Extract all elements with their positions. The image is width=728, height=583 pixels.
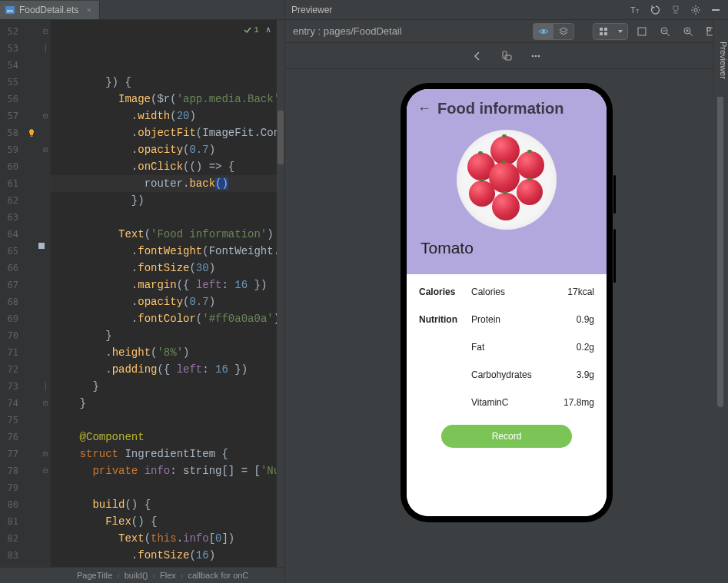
- phone-button: [613, 229, 616, 283]
- refresh-icon[interactable]: [650, 4, 662, 16]
- previewer-title: Previewer: [291, 5, 332, 15]
- record-button[interactable]: Record: [441, 425, 572, 448]
- more-icon[interactable]: [527, 47, 545, 65]
- close-tab-icon[interactable]: ×: [86, 5, 91, 15]
- rotate-icon[interactable]: [497, 47, 516, 65]
- icon-gutter: [23, 20, 40, 567]
- svg-line-17: [690, 33, 693, 36]
- code-content[interactable]: 1 ∧ ∨ }) { Image($r('app.media.Back')) .…: [51, 20, 284, 567]
- nutrition-row: VitaminC17.8mg: [419, 397, 594, 408]
- layers-icon[interactable]: [553, 24, 573, 39]
- svg-rect-6: [712, 9, 720, 11]
- eye-icon[interactable]: [534, 24, 553, 39]
- preview-nav-controls: [285, 43, 728, 69]
- scrollbar-thumb[interactable]: [278, 111, 284, 164]
- nutrient-value: 3.9g: [577, 369, 594, 380]
- nutrient-value: 0.9g: [577, 314, 594, 325]
- phone-frame: ← Food information: [401, 83, 613, 522]
- grid-icon[interactable]: [593, 24, 613, 39]
- phone-button: [613, 175, 616, 214]
- zoom-out-icon[interactable]: [656, 22, 674, 41]
- page-title: Food information: [437, 100, 563, 118]
- nutrient-value: 17kcal: [567, 287, 594, 297]
- svg-point-26: [538, 55, 540, 57]
- nutrition-row: Fat0.2g: [419, 342, 594, 353]
- nutrition-row: Carbohydrates3.9g: [419, 369, 594, 380]
- breadcrumb-item[interactable]: build(): [125, 571, 148, 580]
- previewer-subbar: entry : pages/FoodDetail: [285, 20, 728, 43]
- minimize-icon[interactable]: [710, 4, 722, 16]
- breadcrumb-bar: PageTitle› build()› Flex› callback for o…: [0, 567, 284, 583]
- previewer-toolbar: Previewer TT: [285, 0, 728, 20]
- nutrient-value: 0.2g: [577, 342, 594, 353]
- expand-icon[interactable]: [633, 22, 651, 41]
- back-nav-icon[interactable]: [468, 47, 487, 65]
- svg-rect-2: [31, 136, 33, 137]
- svg-text:T: T: [636, 8, 640, 14]
- zoom-in-icon[interactable]: [679, 22, 697, 41]
- section-label: Nutrition: [419, 314, 471, 325]
- svg-rect-10: [600, 32, 603, 35]
- code-editor-panel: ets FoodDetail.ets × 5253545556575859606…: [0, 0, 284, 583]
- svg-point-5: [694, 8, 697, 12]
- svg-text:T: T: [630, 5, 636, 15]
- entry-path: entry : pages/FoodDetail: [293, 25, 402, 37]
- app-header: ← Food information: [407, 89, 607, 274]
- svg-line-14: [667, 33, 670, 36]
- previewer-panel: Previewer TT entry : pages/FoodDetail: [284, 0, 728, 583]
- line-number-gutter: 5253545556575859606162636465666768697071…: [0, 20, 23, 567]
- nutrient-name: Protein: [471, 314, 500, 325]
- nutrient-name: Carbohydrates: [471, 369, 532, 380]
- file-tab-label: FoodDetail.ets: [19, 5, 78, 15]
- plate-image: [457, 130, 557, 230]
- preview-scrollbar-thumb[interactable]: [717, 69, 723, 407]
- breadcrumb-item[interactable]: PageTitle: [77, 571, 112, 580]
- gear-icon[interactable]: [690, 4, 702, 16]
- code-editor[interactable]: 5253545556575859606162636465666768697071…: [0, 20, 284, 567]
- fold-gutter: ⊟│⊟⊟│⊟⊟⊟│: [40, 20, 51, 567]
- phone-screen: ← Food information: [407, 89, 607, 516]
- svg-rect-8: [600, 28, 603, 31]
- preview-scrollbar[interactable]: [717, 69, 723, 583]
- food-name: Tomato: [417, 236, 596, 265]
- breadcrumb-item[interactable]: callback for onC: [188, 571, 248, 580]
- calories-row: Calories Calories 17kcal: [419, 287, 594, 297]
- trophy-icon[interactable]: [670, 4, 682, 16]
- svg-rect-12: [638, 28, 646, 35]
- preview-canvas: ← Food information: [285, 69, 728, 583]
- ets-file-icon: ets: [5, 5, 15, 15]
- dropdown-icon[interactable]: [613, 24, 627, 39]
- back-arrow-icon[interactable]: ←: [417, 101, 431, 117]
- svg-rect-23: [505, 55, 511, 60]
- breadcrumb-item[interactable]: Flex: [160, 571, 176, 580]
- nutrient-value: 17.8mg: [563, 397, 594, 408]
- svg-point-25: [535, 55, 537, 57]
- font-size-icon[interactable]: TT: [630, 4, 642, 16]
- svg-rect-21: [707, 28, 710, 31]
- breakpoint-marker[interactable]: [38, 243, 45, 249]
- svg-rect-9: [604, 28, 607, 31]
- nutrient-name: VitaminC: [471, 397, 508, 408]
- svg-text:ets: ets: [7, 8, 13, 13]
- nutrition-row: NutritionProtein0.9g: [419, 314, 594, 325]
- svg-point-24: [532, 55, 534, 57]
- vcs-indicator[interactable]: 1 ∧ ∨: [244, 20, 281, 38]
- nutrient-name: Calories: [471, 287, 505, 297]
- previewer-sidebar-tab[interactable]: Previewer: [713, 20, 728, 97]
- inspect-toggle: [533, 23, 574, 40]
- app-body: Calories Calories 17kcal NutritionProtei…: [407, 274, 607, 516]
- editor-tab-bar: ets FoodDetail.ets ×: [0, 0, 284, 20]
- food-image: [417, 118, 596, 236]
- nutrient-name: Fat: [471, 342, 484, 353]
- svg-point-7: [542, 30, 545, 33]
- svg-rect-11: [604, 32, 607, 35]
- file-tab-fooddetail[interactable]: ets FoodDetail.ets ×: [0, 1, 100, 19]
- layout-toggle: [593, 23, 628, 40]
- section-label: Calories: [419, 287, 471, 297]
- editor-scrollbar[interactable]: [277, 20, 284, 567]
